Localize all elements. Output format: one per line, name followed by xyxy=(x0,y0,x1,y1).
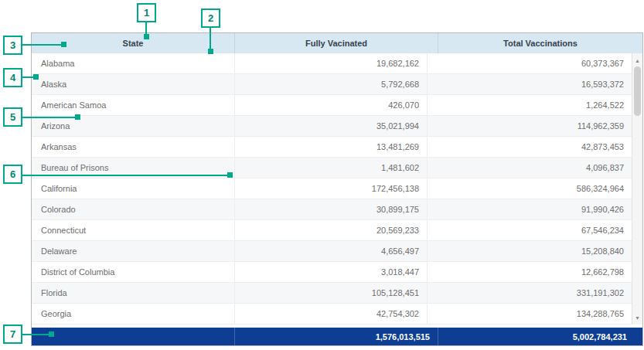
annotation-dot-1 xyxy=(144,34,149,39)
table-row[interactable]: Alabama 19,682,162 60,373,367 xyxy=(32,53,632,74)
total-vaccinations-cell: 114,962,359 xyxy=(427,116,632,136)
table-row[interactable]: Colorado 30,899,175 91,990,426 xyxy=(32,199,632,220)
totals-fully-vaccinated-cell: 1,576,013,515 xyxy=(234,328,438,345)
table-row[interactable]: Alaska 5,792,668 16,593,372 xyxy=(32,74,632,95)
scroll-down-icon[interactable]: ▼ xyxy=(632,312,642,323)
table-row[interactable]: American Samoa 426,070 1,264,522 xyxy=(32,95,632,116)
annotation-line-1 xyxy=(145,22,147,35)
total-vaccinations-cell: 60,373,367 xyxy=(427,53,632,73)
total-vaccinations-cell: 16,593,372 xyxy=(427,74,632,94)
table-row[interactable]: Georgia 42,754,302 134,288,765 xyxy=(32,304,632,325)
annotation-line-6 xyxy=(22,175,229,176)
state-cell: Arkansas xyxy=(32,137,234,157)
fully-vaccinated-cell: 30,899,175 xyxy=(234,199,427,219)
vertical-scrollbar[interactable]: ▲ ▼ xyxy=(632,53,642,325)
total-vaccinations-cell: 15,208,840 xyxy=(427,241,632,261)
table-row[interactable]: Connecticut 20,569,233 67,546,234 xyxy=(32,220,632,241)
table-row[interactable]: Florida 105,128,451 331,191,302 xyxy=(32,283,632,304)
annotation-dot-5 xyxy=(75,114,80,120)
fully-vaccinated-cell: 19,682,162 xyxy=(234,53,427,73)
annotation-dot-2 xyxy=(208,49,213,54)
annotation-marker-6: 6 xyxy=(3,165,22,184)
annotation-marker-2: 2 xyxy=(201,8,220,28)
total-vaccinations-cell: 12,662,798 xyxy=(427,262,632,282)
fully-vaccinated-cell: 1,481,602 xyxy=(234,158,427,178)
total-vaccinations-cell: 91,990,426 xyxy=(427,199,632,219)
annotation-marker-3: 3 xyxy=(3,36,22,55)
annotation-dot-4 xyxy=(33,74,39,80)
annotation-marker-5: 5 xyxy=(3,107,22,127)
total-vaccinations-cell: 67,546,234 xyxy=(427,220,632,240)
fully-vaccinated-cell: 13,481,269 xyxy=(234,137,427,157)
table-body: Alabama 19,682,162 60,373,367 Alaska 5,7… xyxy=(32,53,642,325)
scroll-up-icon[interactable]: ▲ xyxy=(632,55,642,66)
table-row[interactable]: District of Columbia 3,018,447 12,662,79… xyxy=(32,262,632,283)
state-cell: Delaware xyxy=(32,241,234,261)
fully-vaccinated-cell: 426,070 xyxy=(234,95,427,115)
state-cell: Florida xyxy=(32,283,234,303)
annotation-line-3 xyxy=(22,44,63,46)
fully-vaccinated-cell: 20,569,233 xyxy=(234,220,427,240)
scrollbar-thumb[interactable] xyxy=(634,66,641,116)
total-vaccinations-cell: 586,324,964 xyxy=(427,178,632,199)
table-header: State Fully Vacinated Total Vaccinations xyxy=(32,33,642,53)
state-cell: Georgia xyxy=(32,304,234,324)
fully-vaccinated-cell: 3,018,447 xyxy=(234,262,427,282)
fully-vaccinated-cell: 35,021,994 xyxy=(234,116,427,136)
fully-vaccinated-cell: 4,656,497 xyxy=(234,241,427,261)
state-cell: District of Columbia xyxy=(32,262,234,282)
data-table: State Fully Vacinated Total Vaccinations… xyxy=(31,32,643,346)
totals-row: 1,576,013,515 5,002,784,231 xyxy=(32,328,642,345)
annotation-dot-3 xyxy=(61,42,66,47)
fully-vaccinated-cell: 42,754,302 xyxy=(234,304,427,324)
table-row[interactable]: Arkansas 13,481,269 42,873,453 xyxy=(32,137,632,158)
state-cell: Connecticut xyxy=(32,220,234,240)
totals-total-vaccinations-cell: 5,002,784,231 xyxy=(438,328,642,345)
state-cell: Colorado xyxy=(32,199,234,219)
table-row[interactable]: Delaware 4,656,497 15,208,840 xyxy=(32,241,632,262)
annotation-dot-6 xyxy=(227,172,233,178)
fully-vaccinated-cell: 5,792,668 xyxy=(234,74,427,94)
total-vaccinations-cell: 4,096,837 xyxy=(427,158,632,178)
column-header-fully-vaccinated[interactable]: Fully Vacinated xyxy=(234,33,438,53)
total-vaccinations-cell: 331,191,302 xyxy=(427,283,632,303)
state-cell: Alabama xyxy=(32,53,234,73)
column-header-total-vaccinations[interactable]: Total Vaccinations xyxy=(438,33,642,53)
state-cell: American Samoa xyxy=(32,95,234,115)
total-vaccinations-cell: 134,288,765 xyxy=(427,304,632,324)
total-vaccinations-cell: 1,264,522 xyxy=(427,95,632,115)
fully-vaccinated-cell: 105,128,451 xyxy=(234,283,427,303)
annotation-marker-7: 7 xyxy=(3,325,22,344)
annotation-line-7 xyxy=(22,334,50,335)
fully-vaccinated-cell: 172,456,138 xyxy=(234,178,427,199)
annotation-marker-1: 1 xyxy=(137,3,156,22)
table-row[interactable]: California 172,456,138 586,324,964 xyxy=(32,178,632,199)
annotation-dot-7 xyxy=(49,331,54,337)
state-cell: California xyxy=(32,178,234,199)
annotation-line-2 xyxy=(210,28,211,50)
total-vaccinations-cell: 42,873,453 xyxy=(427,137,632,157)
annotation-marker-4: 4 xyxy=(3,68,22,87)
state-cell: Alaska xyxy=(32,74,234,94)
annotation-line-5 xyxy=(22,117,77,118)
table-row[interactable]: Arizona 35,021,994 114,962,359 xyxy=(32,116,632,137)
totals-state-cell xyxy=(32,328,234,345)
state-cell: Arizona xyxy=(32,116,234,136)
